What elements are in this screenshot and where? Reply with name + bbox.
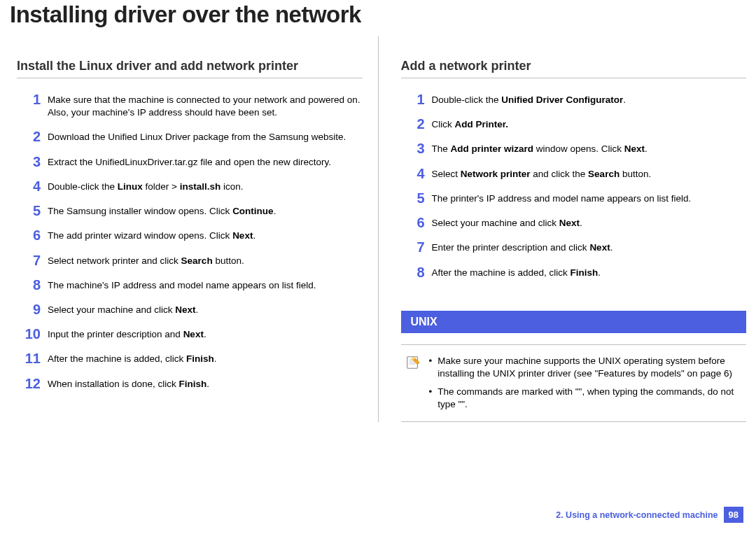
step-number: 7 xyxy=(401,240,425,254)
step-number: 9 xyxy=(17,302,41,316)
step-item: 1Make sure that the machine is connected… xyxy=(17,92,363,119)
step-item: 5The Samsung installer window opens. Cli… xyxy=(17,204,363,218)
step-number: 4 xyxy=(401,167,425,181)
step-item: 7Select network printer and click Search… xyxy=(17,253,363,267)
bullet-text: Make sure your machine supports the UNIX… xyxy=(438,355,742,380)
bullet-dot: • xyxy=(429,355,433,380)
left-steps: 1Make sure that the machine is connected… xyxy=(17,92,363,391)
step-number: 8 xyxy=(17,278,41,292)
footer-chapter: 2. Using a network-connected machine xyxy=(556,510,718,520)
right-heading: Add a network printer xyxy=(401,59,747,78)
step-text: Click Add Printer. xyxy=(432,117,747,131)
step-item: 8The machine's IP address and model name… xyxy=(17,278,363,292)
step-number: 4 xyxy=(17,179,41,193)
step-number: 2 xyxy=(401,117,425,131)
step-item: 4Double-click the Linux folder > install… xyxy=(17,179,363,193)
step-text: Download the Unified Linux Driver packag… xyxy=(48,129,363,143)
step-item: 10Input the printer description and Next… xyxy=(17,327,363,341)
step-item: 3Extract the UnifiedLinuxDriver.tar.gz f… xyxy=(17,155,363,169)
page-number: 98 xyxy=(724,507,743,523)
content-columns: Install the Linux driver and add network… xyxy=(0,36,756,422)
step-text: Select your machine and click Next. xyxy=(432,216,747,230)
step-number: 7 xyxy=(17,253,41,267)
step-number: 10 xyxy=(17,327,41,341)
step-item: 3The Add printer wizard window opens. Cl… xyxy=(401,141,747,155)
step-text: When installation is done, click Finish. xyxy=(48,377,363,391)
step-text: The machine's IP address and model name … xyxy=(48,278,363,292)
step-item: 1Double-click the Unified Driver Configu… xyxy=(401,92,747,106)
left-column: Install the Linux driver and add network… xyxy=(17,36,379,422)
step-number: 6 xyxy=(401,216,425,230)
step-text: After the machine is added, click Finish… xyxy=(48,351,363,365)
step-number: 6 xyxy=(17,228,41,242)
step-number: 5 xyxy=(17,204,41,218)
step-text: The printer's IP address and model name … xyxy=(432,191,747,205)
step-number: 1 xyxy=(401,92,425,106)
step-item: 6The add printer wizard window opens. Cl… xyxy=(17,228,363,242)
step-item: 4Select Network printer and click the Se… xyxy=(401,167,747,181)
note-bullet: •Make sure your machine supports the UNI… xyxy=(429,355,743,380)
step-text: The Samsung installer window opens. Clic… xyxy=(48,204,363,218)
step-number: 8 xyxy=(401,265,425,279)
page-title: Installing driver over the network xyxy=(0,0,756,36)
step-text: Double-click the Unified Driver Configur… xyxy=(432,92,747,106)
step-item: 2Click Add Printer. xyxy=(401,117,747,131)
step-number: 5 xyxy=(401,191,425,205)
step-text: Select Network printer and click the Sea… xyxy=(432,167,747,181)
note-icon xyxy=(405,355,421,370)
step-text: Double-click the Linux folder > install.… xyxy=(48,179,363,193)
step-text: Enter the printer description and click … xyxy=(432,240,747,254)
step-text: The Add printer wizard window opens. Cli… xyxy=(432,141,747,155)
step-number: 2 xyxy=(17,129,41,143)
step-text: The add printer wizard window opens. Cli… xyxy=(48,228,363,242)
note-bullet: •The commands are marked with "", when t… xyxy=(429,386,743,411)
unix-band: UNIX xyxy=(401,311,747,333)
step-text: Make sure that the machine is connected … xyxy=(48,92,363,119)
right-column: Add a network printer 1Double-click the … xyxy=(398,36,747,422)
step-number: 11 xyxy=(17,351,41,365)
step-item: 12When installation is done, click Finis… xyxy=(17,377,363,391)
note-box: •Make sure your machine supports the UNI… xyxy=(401,344,747,422)
step-item: 8After the machine is added, click Finis… xyxy=(401,265,747,279)
left-heading: Install the Linux driver and add network… xyxy=(17,59,363,78)
bullet-dot: • xyxy=(429,386,433,411)
step-number: 3 xyxy=(401,141,425,155)
step-text: Select your machine and click Next. xyxy=(48,302,363,316)
step-text: After the machine is added, click Finish… xyxy=(432,265,747,279)
step-item: 9Select your machine and click Next. xyxy=(17,302,363,316)
note-bullets: •Make sure your machine supports the UNI… xyxy=(429,355,743,412)
step-text: Input the printer description and Next. xyxy=(48,327,363,341)
step-number: 1 xyxy=(17,92,41,106)
bullet-text: The commands are marked with "", when ty… xyxy=(438,386,742,411)
step-item: 11After the machine is added, click Fini… xyxy=(17,351,363,365)
step-text: Select network printer and click Search … xyxy=(48,253,363,267)
step-item: 6Select your machine and click Next. xyxy=(401,216,747,230)
footer: 2. Using a network-connected machine 98 xyxy=(556,507,743,523)
step-item: 7Enter the printer description and click… xyxy=(401,240,747,254)
right-steps: 1Double-click the Unified Driver Configu… xyxy=(401,92,747,279)
step-number: 3 xyxy=(17,155,41,169)
step-item: 2Download the Unified Linux Driver packa… xyxy=(17,129,363,143)
step-text: Extract the UnifiedLinuxDriver.tar.gz fi… xyxy=(48,155,363,169)
step-item: 5The printer's IP address and model name… xyxy=(401,191,747,205)
step-number: 12 xyxy=(17,377,41,391)
